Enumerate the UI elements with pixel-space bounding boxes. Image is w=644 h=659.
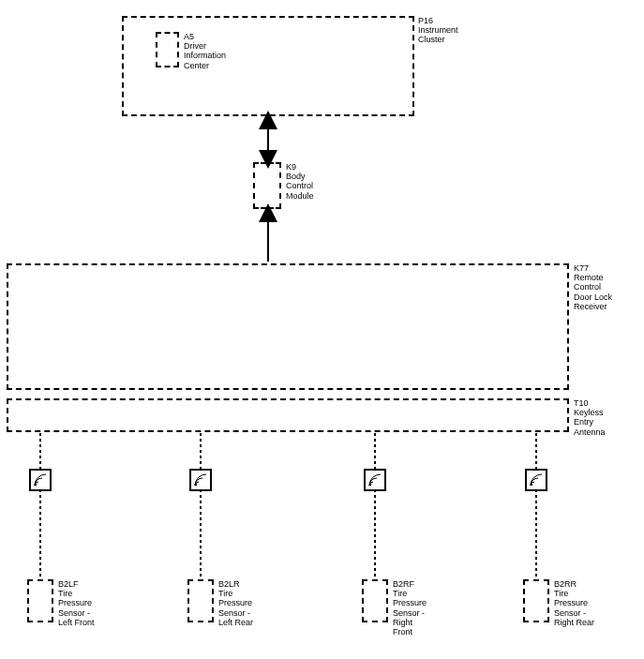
label-b2lf-name: Tire Pressure Sensor - Left Front: [58, 589, 95, 627]
label-p16-name: Instrument Cluster: [418, 25, 458, 45]
label-k9-name: Body Control Module: [286, 172, 314, 201]
label-b2rf-code: B2RF: [393, 579, 414, 589]
label-t10-code: T10: [574, 398, 589, 408]
rf-icon-lf: [29, 469, 52, 491]
svg-point-8: [369, 484, 371, 486]
label-p16-code: P16: [418, 16, 433, 25]
block-k9: [253, 162, 281, 209]
svg-point-6: [35, 484, 37, 486]
label-b2rf-name: Tire Pressure Sensor - Right Front: [393, 589, 427, 637]
block-b2lr: [187, 579, 214, 622]
block-b2rf: [362, 579, 388, 622]
label-b2rr-name: Tire Pressure Sensor - Right Rear: [554, 589, 594, 627]
label-a5-name: Driver Information Center: [184, 41, 226, 70]
label-b2lr-name: Tire Pressure Sensor - Left Rear: [218, 589, 253, 627]
block-k77: [7, 263, 569, 390]
label-k9-code: K9: [286, 162, 296, 172]
label-k77-code: K77: [574, 263, 589, 273]
label-b2lf-code: B2LF: [58, 579, 79, 589]
svg-point-9: [531, 484, 532, 486]
block-t10: [7, 398, 569, 432]
svg-point-7: [195, 484, 197, 486]
label-t10-name: Keyless Entry Antenna: [574, 408, 606, 437]
rf-icon-rr: [525, 469, 547, 491]
rf-icon-rf: [364, 469, 386, 491]
block-b2rr: [523, 579, 549, 622]
block-b2lf: [27, 579, 53, 622]
label-b2lr-code: B2LR: [218, 579, 240, 589]
label-a5-code: A5: [184, 32, 194, 41]
block-a5: [156, 32, 179, 67]
rf-icon-lr: [189, 469, 212, 491]
label-k77-name: Remote Control Door Lock Receiver: [574, 273, 612, 311]
label-b2rr-code: B2RR: [554, 579, 577, 589]
